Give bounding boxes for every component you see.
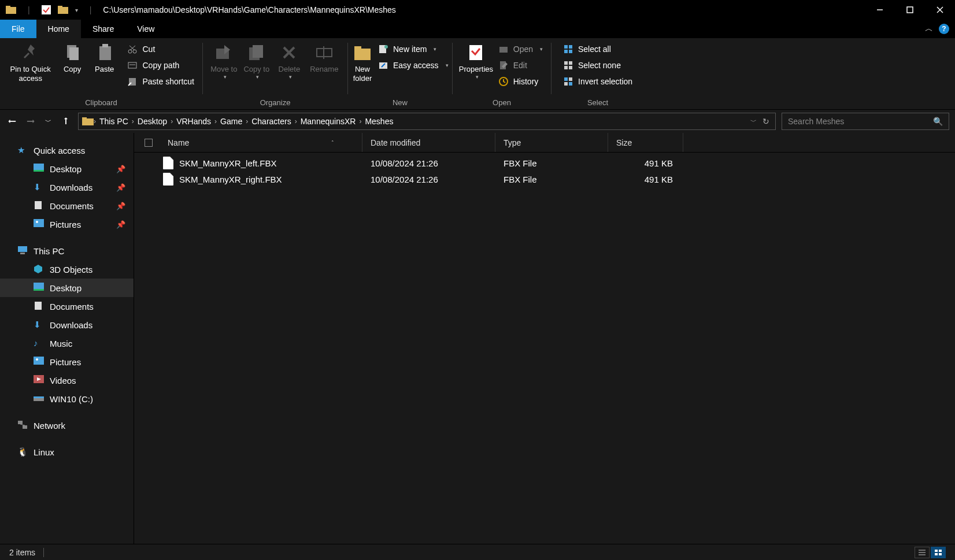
column-name[interactable]: Name ˄ <box>134 133 362 152</box>
qat-checkbox-icon[interactable] <box>42 5 51 14</box>
pin-to-quick-access-button[interactable]: Pin to Quick access <box>5 42 56 83</box>
nav-quick-access[interactable]: ★ Quick access <box>0 141 134 160</box>
properties-button[interactable]: Properties ▾ <box>457 42 495 80</box>
cut-button[interactable]: Cut <box>124 43 198 55</box>
invert-selection-button[interactable]: Invert selection <box>560 75 636 88</box>
new-folder-button[interactable]: New folder <box>353 42 372 83</box>
cut-label: Cut <box>142 44 155 54</box>
edit-button[interactable]: Edit <box>495 59 546 72</box>
breadcrumb-vrhands[interactable]: VRHands <box>173 117 214 126</box>
nav-linux[interactable]: 🐧Linux <box>0 443 134 461</box>
properties-icon <box>466 43 486 62</box>
forward-button[interactable]: 🠖 <box>27 117 35 126</box>
copy-path-button[interactable]: Copy path <box>124 59 198 72</box>
svg-rect-44 <box>569 66 572 69</box>
file-size: 491 KB <box>608 175 683 184</box>
copy-to-button[interactable]: Copy to ▾ <box>240 42 273 80</box>
tab-view[interactable]: View <box>125 20 166 38</box>
group-label-open: Open <box>453 97 551 109</box>
nav-qa-desktop[interactable]: Desktop 📌 <box>0 160 134 178</box>
window-title: C:\Users\mamadou\Desktop\VRHands\Game\Ch… <box>103 5 396 14</box>
column-date[interactable]: Date modified <box>362 133 495 152</box>
paste-shortcut-button[interactable]: Paste shortcut <box>124 75 198 88</box>
file-row[interactable]: SKM_MannyXR_left.FBX 10/08/2024 21:26 FB… <box>134 155 955 171</box>
up-button[interactable]: 🠕 <box>62 117 70 126</box>
breadcrumb-mannequinsxr[interactable]: MannequinsXR <box>297 117 360 126</box>
search-box[interactable]: 🔍 <box>782 113 949 130</box>
breadcrumb-meshes[interactable]: Meshes <box>361 117 397 126</box>
qat-dropdown-icon[interactable]: ▾ <box>75 7 78 13</box>
breadcrumb-desktop[interactable]: Desktop <box>134 117 171 126</box>
chevron-down-icon: ▾ <box>540 46 543 52</box>
svg-rect-4 <box>58 6 62 8</box>
select-none-button[interactable]: Select none <box>560 59 636 72</box>
move-to-button[interactable]: Move to ▾ <box>208 42 240 80</box>
copy-to-label: Copy to <box>243 65 269 74</box>
nav-videos[interactable]: Videos <box>0 371 134 390</box>
nav-downloads[interactable]: ⬇Downloads <box>0 316 134 334</box>
open-button[interactable]: Open ▾ <box>495 43 546 55</box>
downloads-icon: ⬇ <box>34 182 44 192</box>
svg-rect-73 <box>939 550 942 552</box>
nav-pictures[interactable]: Pictures <box>0 353 134 371</box>
qat-folder-icon[interactable] <box>58 5 68 14</box>
tab-file[interactable]: File <box>0 20 36 38</box>
nav-label: Pictures <box>50 220 81 229</box>
copy-icon <box>62 43 82 62</box>
help-icon[interactable]: ? <box>939 24 949 34</box>
select-all-button[interactable]: Select all <box>560 43 636 55</box>
column-label: Name <box>168 138 189 147</box>
nav-drive-c[interactable]: WIN10 (C:) <box>0 390 134 408</box>
maximize-button[interactable] <box>895 0 925 20</box>
delete-button[interactable]: Delete ▾ <box>273 42 306 80</box>
nav-label: Videos <box>50 376 76 385</box>
nav-3d-objects[interactable]: 3D Objects <box>0 260 134 279</box>
back-button[interactable]: 🠔 <box>8 117 16 126</box>
details-view-button[interactable] <box>915 547 930 558</box>
tab-home[interactable]: Home <box>36 20 81 38</box>
rename-button[interactable]: Rename <box>306 42 343 74</box>
breadcrumb-characters[interactable]: Characters <box>248 117 294 126</box>
svg-rect-1 <box>6 6 10 8</box>
nav-music[interactable]: ♪Music <box>0 334 134 353</box>
search-input[interactable] <box>788 117 933 126</box>
select-all-checkbox[interactable] <box>145 139 153 147</box>
breadcrumb-this-pc[interactable]: This PC <box>96 117 132 126</box>
nav-label: Desktop <box>50 164 82 174</box>
column-type[interactable]: Type <box>495 133 608 152</box>
file-icon <box>163 157 173 169</box>
nav-qa-documents[interactable]: Documents 📌 <box>0 196 134 215</box>
easy-access-icon <box>378 60 388 71</box>
close-button[interactable] <box>925 0 955 20</box>
nav-qa-pictures[interactable]: Pictures 📌 <box>0 215 134 233</box>
thumbnails-view-button[interactable] <box>931 547 946 558</box>
easy-access-button[interactable]: Easy access ▾ <box>375 59 452 72</box>
svg-rect-11 <box>69 47 79 60</box>
nav-documents[interactable]: Documents <box>0 297 134 316</box>
nav-qa-downloads[interactable]: ⬇ Downloads 📌 <box>0 178 134 196</box>
copy-label: Copy <box>64 65 81 74</box>
new-item-button[interactable]: New item ▾ <box>375 43 452 55</box>
breadcrumb-game[interactable]: Game <box>217 117 246 126</box>
recent-locations-button[interactable]: ﹀ <box>45 117 51 126</box>
minimize-button[interactable] <box>865 0 895 20</box>
copy-path-label: Copy path <box>142 61 179 70</box>
svg-point-55 <box>36 221 38 223</box>
search-icon[interactable]: 🔍 <box>933 117 943 126</box>
cube-icon <box>34 264 44 275</box>
column-label: Date modified <box>371 138 420 147</box>
history-button[interactable]: History <box>495 75 546 88</box>
tab-share[interactable]: Share <box>81 20 125 38</box>
nav-this-pc[interactable]: This PC <box>0 242 134 260</box>
file-row[interactable]: SKM_MannyXR_right.FBX 10/08/2024 21:26 F… <box>134 171 955 187</box>
address-dropdown-icon[interactable]: ﹀ <box>750 117 757 126</box>
nav-desktop[interactable]: Desktop <box>0 279 134 297</box>
column-size[interactable]: Size <box>608 133 683 152</box>
address-bar[interactable]: › This PC› Desktop› VRHands› Game› Chara… <box>78 113 776 130</box>
paste-button[interactable]: Paste <box>88 42 121 74</box>
nav-network[interactable]: Network <box>0 416 134 435</box>
collapse-ribbon-icon[interactable]: ︿ <box>925 24 933 34</box>
scissors-icon <box>127 44 138 54</box>
copy-button[interactable]: Copy <box>56 42 88 74</box>
refresh-icon[interactable]: ↻ <box>762 117 769 126</box>
